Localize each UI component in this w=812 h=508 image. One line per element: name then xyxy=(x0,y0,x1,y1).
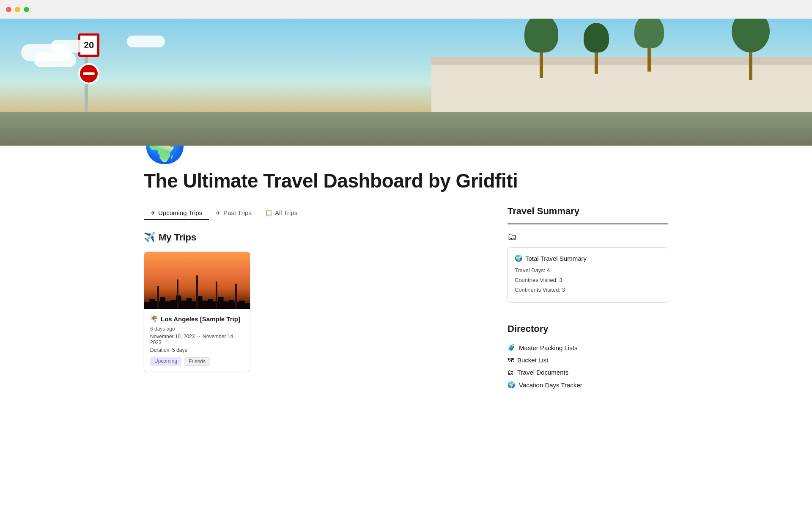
tree-2 xyxy=(584,23,609,74)
travel-summary-section: Travel Summary 🗂 🌍 Total Travel Summary … xyxy=(508,206,668,303)
trip-card-la[interactable]: 🌴 Los Angeles [Sample Trip] 6 days ago N… xyxy=(144,251,250,372)
trip-emoji-la: 🌴 xyxy=(150,315,158,323)
bucket-icon: 🗺 xyxy=(508,356,514,364)
palm-trunk-1 xyxy=(157,286,159,309)
maximize-button[interactable] xyxy=(24,7,29,12)
cloud-2 xyxy=(51,40,85,52)
directory-item-bucket[interactable]: 🗺 Bucket List xyxy=(508,354,668,366)
tab-upcoming[interactable]: ✈ Upcoming Trips xyxy=(144,206,209,220)
my-trips-emoji: ✈️ xyxy=(144,232,155,243)
palm-trunk-2 xyxy=(177,279,178,309)
title-bar xyxy=(0,0,812,19)
cloud-3 xyxy=(34,52,76,67)
vacation-tracker-icon: 🌍 xyxy=(508,381,516,389)
summary-title-text: Total Travel Summary xyxy=(525,255,587,262)
trip-name-la: Los Angeles [Sample Trip] xyxy=(161,315,240,323)
directory-item-vacation-tracker[interactable]: 🌍 Vacation Days Tracker xyxy=(508,378,668,391)
my-trips-label: My Trips xyxy=(159,232,196,243)
all-tab-icon: 📋 xyxy=(265,210,272,216)
stat-travel-days: Travel Days: 4 xyxy=(515,266,661,274)
packing-icon: 🧳 xyxy=(508,344,516,351)
trip-card-image-la xyxy=(144,252,250,309)
stat-continents-value: 3 xyxy=(562,287,565,293)
stat-travel-days-value: 4 xyxy=(547,267,550,273)
past-tab-icon: ✈ xyxy=(216,210,221,216)
stat-continents: Continents Visited: 3 xyxy=(515,286,661,294)
sidebar-divider-main xyxy=(508,313,668,313)
two-col-layout: ✈ Upcoming Trips ✈ Past Trips 📋 All Trip… xyxy=(144,206,668,391)
vacation-tracker-label: Vacation Days Tracker xyxy=(519,381,582,389)
hero-banner: 20 xyxy=(0,19,812,146)
page-content: 🌍 The Ultimate Travel Dashboard by Gridf… xyxy=(110,129,702,391)
trip-time-ago: 6 days ago xyxy=(150,326,244,332)
main-column: ✈ Upcoming Trips ✈ Past Trips 📋 All Trip… xyxy=(144,206,474,372)
tab-past-label: Past Trips xyxy=(223,209,252,216)
tree-1 xyxy=(524,19,558,78)
trip-card-body-la: 🌴 Los Angeles [Sample Trip] 6 days ago N… xyxy=(144,309,250,372)
sidebar-column: Travel Summary 🗂 🌍 Total Travel Summary … xyxy=(508,206,668,391)
palm-3 xyxy=(196,275,198,309)
stat-countries-value: 3 xyxy=(559,277,562,283)
tree-3 xyxy=(634,19,664,72)
upcoming-tab-icon: ✈ xyxy=(151,210,156,216)
palm-2 xyxy=(177,279,178,309)
close-button[interactable] xyxy=(6,7,11,12)
tag-friends[interactable]: Friends xyxy=(184,357,210,366)
documents-icon: 🗂 xyxy=(508,369,514,376)
palm-trunk-5 xyxy=(235,284,237,309)
summary-globe-icon: 🌍 xyxy=(515,254,523,262)
palm-5 xyxy=(235,284,237,309)
stat-countries: Countries Visited: 3 xyxy=(515,276,661,284)
stat-continents-label: Continents Visited: xyxy=(515,287,560,293)
directory-item-packing[interactable]: 🧳 Master Packing Lists xyxy=(508,341,668,354)
palm-trunk-4 xyxy=(216,282,217,309)
tab-all[interactable]: 📋 All Trips xyxy=(258,206,304,220)
trip-date-arrow: → xyxy=(196,334,203,340)
stat-countries-label: Countries Visited: xyxy=(515,277,558,283)
stat-travel-days-label: Travel Days: xyxy=(515,267,545,273)
directory-section: Directory 🧳 Master Packing Lists 🗺 Bucke… xyxy=(508,323,668,391)
tab-all-label: All Trips xyxy=(275,209,297,216)
palm-4 xyxy=(216,282,217,309)
travel-summary-title: Travel Summary xyxy=(508,206,668,217)
no-entry-sign-decoration xyxy=(78,63,99,84)
trip-title-la: 🌴 Los Angeles [Sample Trip] xyxy=(150,315,244,323)
documents-label: Travel Documents xyxy=(517,369,568,376)
packing-label: Master Packing Lists xyxy=(519,344,577,351)
palm-trunk-3 xyxy=(196,275,198,309)
trip-cards-grid: 🌴 Los Angeles [Sample Trip] 6 days ago N… xyxy=(144,251,474,372)
directory-title: Directory xyxy=(508,323,668,334)
travel-summary-divider xyxy=(508,224,668,224)
trip-dates: November 10, 2023 → November 14, 2023 xyxy=(150,334,244,345)
summary-card-title: 🌍 Total Travel Summary xyxy=(515,254,661,262)
trip-duration: Duration: 5 days xyxy=(150,347,244,353)
tree-4 xyxy=(732,19,770,80)
tag-upcoming[interactable]: Upcoming xyxy=(150,357,181,366)
minimize-button[interactable] xyxy=(15,7,20,12)
my-trips-header: ✈️ My Trips xyxy=(144,232,474,243)
road-decoration xyxy=(0,112,812,146)
directory-item-documents[interactable]: 🗂 Travel Documents xyxy=(508,366,668,378)
tabs-bar: ✈ Upcoming Trips ✈ Past Trips 📋 All Trip… xyxy=(144,206,474,220)
summary-card: 🌍 Total Travel Summary Travel Days: 4 Co… xyxy=(508,247,668,303)
trip-date-start: November 10, 2023 xyxy=(150,334,195,340)
clipboard-icon: 🗂 xyxy=(508,231,668,242)
cloud-4 xyxy=(127,36,165,47)
page-title: The Ultimate Travel Dashboard by Gridfit… xyxy=(144,169,668,192)
tab-past[interactable]: ✈ Past Trips xyxy=(209,206,258,220)
trip-tags: Upcoming Friends xyxy=(150,357,244,366)
la-palm-trees xyxy=(144,267,250,309)
bucket-label: Bucket List xyxy=(517,356,548,364)
palm-1 xyxy=(157,286,159,309)
tab-upcoming-label: Upcoming Trips xyxy=(158,209,202,216)
